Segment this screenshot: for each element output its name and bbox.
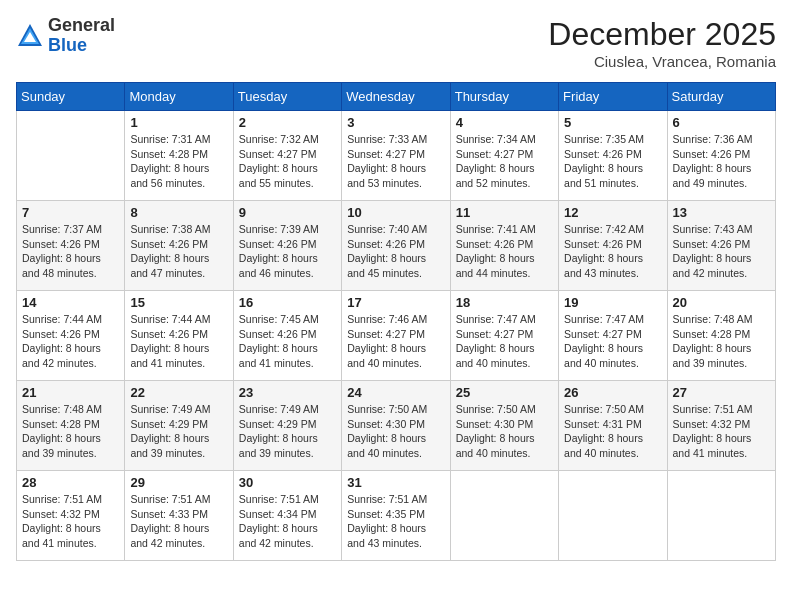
calendar-cell: 31Sunrise: 7:51 AM Sunset: 4:35 PM Dayli… xyxy=(342,471,450,561)
day-number: 26 xyxy=(564,385,661,400)
calendar-cell: 27Sunrise: 7:51 AM Sunset: 4:32 PM Dayli… xyxy=(667,381,775,471)
calendar-cell: 5Sunrise: 7:35 AM Sunset: 4:26 PM Daylig… xyxy=(559,111,667,201)
day-number: 29 xyxy=(130,475,227,490)
weekday-header-sunday: Sunday xyxy=(17,83,125,111)
day-info: Sunrise: 7:38 AM Sunset: 4:26 PM Dayligh… xyxy=(130,222,227,281)
day-info: Sunrise: 7:49 AM Sunset: 4:29 PM Dayligh… xyxy=(130,402,227,461)
day-info: Sunrise: 7:49 AM Sunset: 4:29 PM Dayligh… xyxy=(239,402,336,461)
calendar-cell: 30Sunrise: 7:51 AM Sunset: 4:34 PM Dayli… xyxy=(233,471,341,561)
calendar-cell: 29Sunrise: 7:51 AM Sunset: 4:33 PM Dayli… xyxy=(125,471,233,561)
calendar-cell: 1Sunrise: 7:31 AM Sunset: 4:28 PM Daylig… xyxy=(125,111,233,201)
day-number: 2 xyxy=(239,115,336,130)
calendar-cell: 13Sunrise: 7:43 AM Sunset: 4:26 PM Dayli… xyxy=(667,201,775,291)
logo: General Blue xyxy=(16,16,115,56)
weekday-header-friday: Friday xyxy=(559,83,667,111)
day-info: Sunrise: 7:51 AM Sunset: 4:34 PM Dayligh… xyxy=(239,492,336,551)
day-info: Sunrise: 7:42 AM Sunset: 4:26 PM Dayligh… xyxy=(564,222,661,281)
day-info: Sunrise: 7:51 AM Sunset: 4:33 PM Dayligh… xyxy=(130,492,227,551)
calendar-week-row: 7Sunrise: 7:37 AM Sunset: 4:26 PM Daylig… xyxy=(17,201,776,291)
day-info: Sunrise: 7:50 AM Sunset: 4:31 PM Dayligh… xyxy=(564,402,661,461)
calendar-cell: 18Sunrise: 7:47 AM Sunset: 4:27 PM Dayli… xyxy=(450,291,558,381)
calendar-cell: 11Sunrise: 7:41 AM Sunset: 4:26 PM Dayli… xyxy=(450,201,558,291)
day-info: Sunrise: 7:33 AM Sunset: 4:27 PM Dayligh… xyxy=(347,132,444,191)
calendar-cell: 10Sunrise: 7:40 AM Sunset: 4:26 PM Dayli… xyxy=(342,201,450,291)
weekday-header-monday: Monday xyxy=(125,83,233,111)
weekday-header-wednesday: Wednesday xyxy=(342,83,450,111)
day-info: Sunrise: 7:35 AM Sunset: 4:26 PM Dayligh… xyxy=(564,132,661,191)
calendar-cell: 28Sunrise: 7:51 AM Sunset: 4:32 PM Dayli… xyxy=(17,471,125,561)
weekday-header-tuesday: Tuesday xyxy=(233,83,341,111)
day-info: Sunrise: 7:48 AM Sunset: 4:28 PM Dayligh… xyxy=(673,312,770,371)
calendar-cell: 22Sunrise: 7:49 AM Sunset: 4:29 PM Dayli… xyxy=(125,381,233,471)
day-info: Sunrise: 7:51 AM Sunset: 4:32 PM Dayligh… xyxy=(673,402,770,461)
day-number: 28 xyxy=(22,475,119,490)
calendar-cell: 3Sunrise: 7:33 AM Sunset: 4:27 PM Daylig… xyxy=(342,111,450,201)
day-info: Sunrise: 7:46 AM Sunset: 4:27 PM Dayligh… xyxy=(347,312,444,371)
day-info: Sunrise: 7:50 AM Sunset: 4:30 PM Dayligh… xyxy=(347,402,444,461)
weekday-header-thursday: Thursday xyxy=(450,83,558,111)
day-info: Sunrise: 7:37 AM Sunset: 4:26 PM Dayligh… xyxy=(22,222,119,281)
calendar-cell xyxy=(559,471,667,561)
day-info: Sunrise: 7:32 AM Sunset: 4:27 PM Dayligh… xyxy=(239,132,336,191)
day-number: 4 xyxy=(456,115,553,130)
weekday-header-saturday: Saturday xyxy=(667,83,775,111)
location-text: Ciuslea, Vrancea, Romania xyxy=(548,53,776,70)
day-number: 20 xyxy=(673,295,770,310)
calendar-cell: 25Sunrise: 7:50 AM Sunset: 4:30 PM Dayli… xyxy=(450,381,558,471)
day-number: 5 xyxy=(564,115,661,130)
day-number: 10 xyxy=(347,205,444,220)
day-number: 15 xyxy=(130,295,227,310)
day-info: Sunrise: 7:45 AM Sunset: 4:26 PM Dayligh… xyxy=(239,312,336,371)
weekday-header-row: SundayMondayTuesdayWednesdayThursdayFrid… xyxy=(17,83,776,111)
logo-blue-text: Blue xyxy=(48,35,87,55)
day-number: 13 xyxy=(673,205,770,220)
calendar-cell: 20Sunrise: 7:48 AM Sunset: 4:28 PM Dayli… xyxy=(667,291,775,381)
calendar-cell: 21Sunrise: 7:48 AM Sunset: 4:28 PM Dayli… xyxy=(17,381,125,471)
calendar-cell: 19Sunrise: 7:47 AM Sunset: 4:27 PM Dayli… xyxy=(559,291,667,381)
day-number: 17 xyxy=(347,295,444,310)
day-number: 7 xyxy=(22,205,119,220)
day-number: 3 xyxy=(347,115,444,130)
day-number: 30 xyxy=(239,475,336,490)
day-number: 31 xyxy=(347,475,444,490)
logo-general-text: General xyxy=(48,15,115,35)
day-info: Sunrise: 7:31 AM Sunset: 4:28 PM Dayligh… xyxy=(130,132,227,191)
day-number: 27 xyxy=(673,385,770,400)
calendar-week-row: 14Sunrise: 7:44 AM Sunset: 4:26 PM Dayli… xyxy=(17,291,776,381)
calendar-cell: 15Sunrise: 7:44 AM Sunset: 4:26 PM Dayli… xyxy=(125,291,233,381)
calendar-week-row: 21Sunrise: 7:48 AM Sunset: 4:28 PM Dayli… xyxy=(17,381,776,471)
day-info: Sunrise: 7:36 AM Sunset: 4:26 PM Dayligh… xyxy=(673,132,770,191)
calendar-table: SundayMondayTuesdayWednesdayThursdayFrid… xyxy=(16,82,776,561)
day-number: 19 xyxy=(564,295,661,310)
day-info: Sunrise: 7:50 AM Sunset: 4:30 PM Dayligh… xyxy=(456,402,553,461)
calendar-cell xyxy=(667,471,775,561)
day-info: Sunrise: 7:44 AM Sunset: 4:26 PM Dayligh… xyxy=(130,312,227,371)
calendar-cell: 9Sunrise: 7:39 AM Sunset: 4:26 PM Daylig… xyxy=(233,201,341,291)
day-number: 16 xyxy=(239,295,336,310)
calendar-cell: 24Sunrise: 7:50 AM Sunset: 4:30 PM Dayli… xyxy=(342,381,450,471)
day-info: Sunrise: 7:43 AM Sunset: 4:26 PM Dayligh… xyxy=(673,222,770,281)
day-number: 6 xyxy=(673,115,770,130)
title-block: December 2025 Ciuslea, Vrancea, Romania xyxy=(548,16,776,70)
calendar-cell: 26Sunrise: 7:50 AM Sunset: 4:31 PM Dayli… xyxy=(559,381,667,471)
day-number: 9 xyxy=(239,205,336,220)
day-number: 21 xyxy=(22,385,119,400)
calendar-cell xyxy=(17,111,125,201)
calendar-week-row: 28Sunrise: 7:51 AM Sunset: 4:32 PM Dayli… xyxy=(17,471,776,561)
day-info: Sunrise: 7:47 AM Sunset: 4:27 PM Dayligh… xyxy=(456,312,553,371)
month-title: December 2025 xyxy=(548,16,776,53)
page-header: General Blue December 2025 Ciuslea, Vran… xyxy=(16,16,776,70)
calendar-cell: 8Sunrise: 7:38 AM Sunset: 4:26 PM Daylig… xyxy=(125,201,233,291)
day-number: 8 xyxy=(130,205,227,220)
calendar-cell: 4Sunrise: 7:34 AM Sunset: 4:27 PM Daylig… xyxy=(450,111,558,201)
day-number: 1 xyxy=(130,115,227,130)
calendar-cell: 16Sunrise: 7:45 AM Sunset: 4:26 PM Dayli… xyxy=(233,291,341,381)
day-info: Sunrise: 7:47 AM Sunset: 4:27 PM Dayligh… xyxy=(564,312,661,371)
day-number: 23 xyxy=(239,385,336,400)
day-number: 18 xyxy=(456,295,553,310)
day-number: 22 xyxy=(130,385,227,400)
day-info: Sunrise: 7:51 AM Sunset: 4:35 PM Dayligh… xyxy=(347,492,444,551)
calendar-cell: 17Sunrise: 7:46 AM Sunset: 4:27 PM Dayli… xyxy=(342,291,450,381)
calendar-cell: 14Sunrise: 7:44 AM Sunset: 4:26 PM Dayli… xyxy=(17,291,125,381)
calendar-cell: 2Sunrise: 7:32 AM Sunset: 4:27 PM Daylig… xyxy=(233,111,341,201)
